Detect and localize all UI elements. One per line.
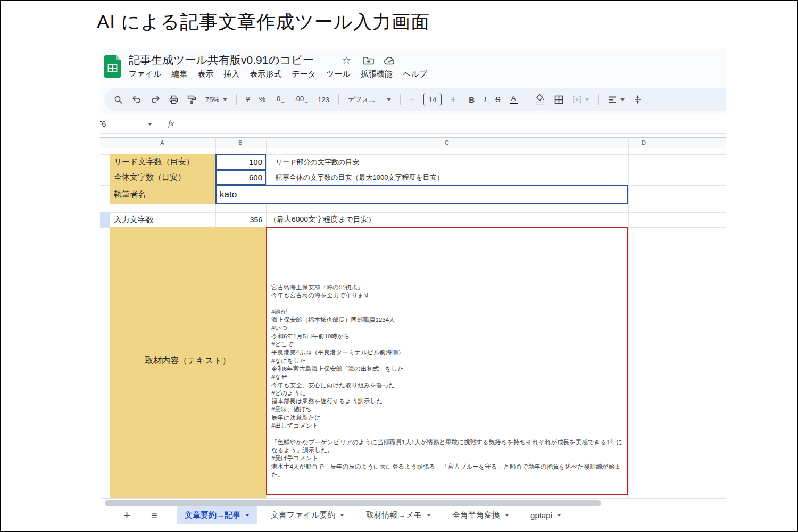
- cell-interview-content-label[interactable]: 取材内容（テキスト）: [110, 227, 266, 495]
- column-header-b[interactable]: B: [238, 139, 242, 146]
- zoom-select[interactable]: 75%: [205, 96, 227, 104]
- column-header-a[interactable]: A: [160, 139, 164, 146]
- column-header-d[interactable]: D: [642, 139, 646, 146]
- menu-file[interactable]: ファイル: [128, 68, 162, 80]
- move-folder-icon[interactable]: [363, 56, 374, 65]
- chevron-down-icon[interactable]: [148, 123, 152, 126]
- cell-author-value[interactable]: kato: [215, 185, 628, 204]
- text-line: 福本部長は業務を遂行するよう訓示した: [271, 397, 624, 405]
- name-box[interactable]: F6: [100, 120, 106, 128]
- cell-lead-chars-note[interactable]: リード部分の文字数の目安: [276, 154, 359, 170]
- menu-help[interactable]: ヘルプ: [402, 68, 428, 80]
- strikethrough-button[interactable]: S: [495, 95, 500, 104]
- text-line: 「色鮮やかなブーゲンビリアのように当部職員1人1人が情熱と果敢に挑戦する気持ちを…: [271, 438, 624, 455]
- add-sheet-button[interactable]: +: [123, 506, 130, 524]
- column-header-row: A B C D: [100, 137, 726, 148]
- redo-icon[interactable]: [151, 95, 160, 104]
- merge-cells-button[interactable]: [572, 96, 589, 103]
- tab-shuzai-joho-memo[interactable]: 取材情報→メモ: [358, 506, 438, 524]
- font-size-input[interactable]: 14: [423, 93, 442, 106]
- formula-bar: F6 fx: [100, 116, 726, 134]
- tab-label: gptapi: [530, 511, 552, 520]
- text-line: 辰年に決意新たに: [271, 414, 624, 422]
- document-title[interactable]: 記事生成ツール共有版v0.91のコピー: [129, 53, 314, 68]
- cell-lead-chars-value[interactable]: 100: [215, 154, 266, 170]
- text-line: 今年も宮古島の海を全力で守ります: [271, 292, 624, 300]
- row-header-highlight[interactable]: [100, 212, 110, 227]
- text-line: #どのように: [271, 389, 624, 397]
- cell-total-chars-note[interactable]: 記事全体の文字数の目安（最大1000文字程度を目安）: [276, 170, 444, 185]
- tab-bunsho-file-yoyaku[interactable]: 文書ファイル要約: [263, 506, 352, 524]
- borders-button[interactable]: [554, 95, 563, 104]
- cell-lead-chars-label[interactable]: リード文字数（目安）: [110, 154, 215, 170]
- tab-gptapi[interactable]: gptapi: [523, 506, 569, 524]
- grid-line: [100, 498, 726, 499]
- decrease-font-size-button[interactable]: −: [410, 95, 414, 104]
- text-line: [271, 430, 624, 438]
- star-icon[interactable]: ☆: [342, 54, 351, 66]
- menu-insert[interactable]: 挿入: [222, 68, 240, 80]
- more-number-formats-button[interactable]: 123: [318, 96, 329, 104]
- format-currency-button[interactable]: ¥: [246, 95, 250, 104]
- cloud-saved-icon[interactable]: [384, 56, 396, 65]
- toolbar-divider: [527, 94, 527, 105]
- current-text-color: [510, 103, 518, 104]
- vertical-align-button[interactable]: [634, 95, 642, 104]
- text-line: #どこで: [271, 340, 624, 348]
- cell-input-count-label[interactable]: 入力文字数: [114, 212, 154, 227]
- increase-decimal-button[interactable]: .00→: [294, 95, 309, 104]
- menu-view[interactable]: 表示: [196, 68, 214, 80]
- italic-button[interactable]: I: [484, 95, 486, 104]
- increase-font-size-button[interactable]: +: [451, 95, 455, 104]
- text-line: 平良港第4ふ頭（平良港ターミナルビル前海側）: [271, 348, 624, 356]
- toolbar-divider: [236, 94, 237, 105]
- tab-label: 文書ファイル要約: [271, 510, 335, 520]
- toolbar: 75% ¥ % .0← .00→ 123 デフォ... − 14 + B I S…: [104, 88, 726, 111]
- grid-line: [100, 204, 726, 204]
- text-line: #なぜ: [271, 373, 624, 381]
- menu-tools[interactable]: ツール: [325, 68, 352, 80]
- font-select[interactable]: デフォ...: [348, 95, 391, 104]
- chevron-down-icon: [585, 98, 589, 101]
- chevron-down-icon: [245, 514, 249, 517]
- cell-input-count-note[interactable]: （最大6000文字程度まで目安）: [269, 212, 376, 227]
- tab-bunshoyoyaku-kiji[interactable]: 文章要約→記事: [177, 506, 257, 524]
- tab-zenkaku-hankaku-henkan[interactable]: 全角半角変換: [445, 506, 517, 524]
- bold-button[interactable]: B: [469, 95, 475, 104]
- text-color-button[interactable]: A: [510, 95, 518, 104]
- cell-interview-content-text[interactable]: 宮古島海上保安部「海の出初式」 今年も宮古島の海を全力で守ります #誰が 海上保…: [266, 227, 628, 495]
- menu-extensions[interactable]: 拡張機能: [360, 68, 394, 80]
- formula-bar-divider: [161, 119, 161, 130]
- cell-author-label[interactable]: 執筆者名: [110, 185, 215, 204]
- format-percent-button[interactable]: %: [259, 95, 265, 104]
- chevron-down-icon: [340, 514, 344, 517]
- text-line: 潜水士4人が船首で「辰年の辰のように天に登るよう頑張る」「宮古ブルーを守る」と船…: [271, 463, 624, 479]
- left-arrow-icon: ←: [280, 99, 285, 104]
- print-icon[interactable]: [169, 95, 178, 104]
- all-sheets-button[interactable]: ≡: [151, 506, 157, 524]
- cell-total-chars-label[interactable]: 全体文字数（目安）: [110, 170, 215, 185]
- right-arrow-icon: →: [304, 99, 309, 104]
- toolbar-divider: [598, 94, 599, 105]
- text-line: 今年も安全、安心に向けた取り組みを誓った: [271, 381, 624, 389]
- tab-label: 文章要約→記事: [185, 510, 240, 520]
- chevron-down-icon: [557, 514, 561, 517]
- horizontal-scrollbar[interactable]: [105, 500, 601, 506]
- cell-total-chars-value[interactable]: 600: [215, 170, 266, 185]
- undo-icon[interactable]: [132, 95, 142, 104]
- menu-edit[interactable]: 編集: [170, 68, 188, 80]
- decrease-decimal-button[interactable]: .0←: [275, 95, 285, 104]
- search-icon[interactable]: [114, 95, 123, 104]
- paint-format-icon[interactable]: [187, 95, 196, 104]
- text-line: 海上保安部（福本拓也部長）同部職員1234人: [271, 316, 624, 324]
- sheets-logo-icon[interactable]: [104, 55, 121, 78]
- fill-color-button[interactable]: [536, 94, 545, 105]
- cell-input-count-value[interactable]: 356: [215, 212, 262, 227]
- column-header-c[interactable]: C: [445, 139, 449, 146]
- text-line: #出してコメント: [271, 422, 624, 430]
- menu-format[interactable]: 表示形式: [248, 68, 282, 80]
- text-line: [271, 300, 624, 308]
- menu-data[interactable]: データ: [290, 68, 317, 80]
- horizontal-align-button[interactable]: [608, 96, 625, 103]
- page-title: AI による記事文章作成ツール入力画面: [97, 10, 430, 35]
